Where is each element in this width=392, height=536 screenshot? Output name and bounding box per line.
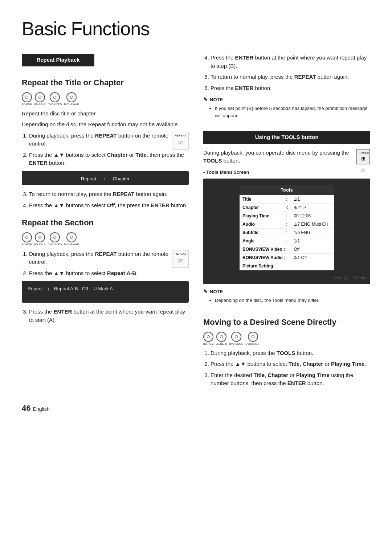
note-box-2: ✎ NOTE Depending on the disc, the Tools … <box>203 288 370 304</box>
title-chapter-steps-continued: To return to normal play, press the REPE… <box>22 190 189 209</box>
disc-icon-dvdvideo: DVD-VIDEO <box>48 92 62 106</box>
table-row: Angle : 1/1 <box>240 237 334 245</box>
page-title: Basic Functions <box>22 15 370 43</box>
pencil-icon: ✎ <box>203 96 208 103</box>
table-cell-audio-label: Audio <box>240 220 282 228</box>
note-bullet-2: Depending on the disc, the Tools menu ma… <box>215 297 370 304</box>
divider-2 <box>203 310 370 310</box>
tools-menu-screen-label: • Tools Menu Screen <box>203 169 370 176</box>
screen-ab-label2: Repeat A-B : Off <box>54 285 88 292</box>
disc-icon-bdrom-2: BD-ROM <box>22 232 32 246</box>
screen-label-repeat: Repeat <box>81 175 96 183</box>
section-step-3: Press the ENTER button at the point wher… <box>29 308 189 324</box>
title-chapter-heading: Repeat the Title or Chapter <box>22 77 189 89</box>
moving-scene-steps: During playback, press the TOOLS button.… <box>203 349 370 388</box>
table-cell-angle-value: 1/1 <box>291 237 334 245</box>
disc-icon-dvdrw: DVD±RW/±R <box>64 92 79 106</box>
screen-ab-arrow: ↕ <box>47 285 50 292</box>
note-box-1: ✎ NOTE If you set point (B) before 5 sec… <box>203 96 370 119</box>
moving-step-1: During playback, press the TOOLS button. <box>211 349 370 357</box>
table-cell-subtitle-value: 1/6 ENG <box>291 228 334 237</box>
disc-icon-bdrom: BD-ROM <box>22 92 32 106</box>
moving-step-2: Press the ▲▼ buttons to select Title, Ch… <box>211 360 370 368</box>
screen-label-chapter: Chapter <box>113 175 130 183</box>
right-steps-continued: Press the ENTER button at the point wher… <box>203 54 370 92</box>
note-label-1: NOTE <box>210 96 223 103</box>
repeat-playback-header: Repeat Playback <box>22 54 94 66</box>
table-cell-colon-5: : <box>282 228 291 237</box>
tools-button-img: TOOLS ⊞ ☞ <box>356 149 370 175</box>
divider-1 <box>203 125 370 125</box>
table-cell-playtime-value: 00:12:06 <box>291 212 334 220</box>
screen-repeat-chapter: Repeat ↕ Chapter <box>22 171 189 185</box>
title-chapter-steps: REPEAT ☞ During playback, press the REPE… <box>22 132 189 167</box>
intro-line-1: Repeat the disc title or chapter. <box>22 110 189 118</box>
disc-icon-bdre: BD-RE/-R <box>34 92 45 106</box>
step-1: REPEAT ☞ During playback, press the REPE… <box>29 132 189 148</box>
page-number-container: 46 English <box>22 402 370 414</box>
moving-scene-heading: Moving to a Desired Scene Directly <box>203 316 370 328</box>
disc-icon-dvdvideo-2: DVD-VIDEO <box>48 232 62 246</box>
table-cell-bvaudio-value: 0/1 Off <box>291 253 334 262</box>
table-cell-arrow-l: < <box>282 203 291 212</box>
right-step-5: To return to normal play, press the REPE… <box>211 73 370 81</box>
table-cell-chapter-value: 4/21 > <box>291 203 334 212</box>
repeat-section-heading: Repeat the Section <box>22 217 189 229</box>
tools-table-header: Tools <box>240 185 334 195</box>
tools-header: Using the TOOLS button <box>203 131 370 144</box>
table-cell-chapter-label: Chapter <box>240 203 282 212</box>
table-cell-bvvideo-label: BONUSVIEW Video : <box>240 245 291 253</box>
section-step-1: REPEAT ☞ During playback, press the REPE… <box>29 250 189 266</box>
table-cell-bvaudio-label: BONUSVIEW Audio : <box>240 253 291 262</box>
step-3: To return to normal play, press the REPE… <box>29 190 189 199</box>
disc-icon-bdre-3: BD-RE/-R <box>216 332 227 345</box>
tools-screen-mockup: Tools Title : 1/1 Chapter < 4/21 > <box>203 179 370 284</box>
note-content-1: If you set point (B) before 5 seconds ha… <box>203 105 370 119</box>
section-step-2: Press the ▲▼ buttons to select Repeat A-… <box>29 269 189 278</box>
disc-icon-dvdvideo-3: DVD-VIDEO <box>229 332 244 345</box>
left-column: Repeat Playback Repeat the Title or Chap… <box>22 54 189 391</box>
note-bullet-1: If you set point (B) before 5 seconds ha… <box>215 105 370 119</box>
screen-arrow: ↕ <box>103 176 106 182</box>
table-cell-colon-1: : <box>282 195 291 204</box>
note-title-2: ✎ NOTE <box>203 288 370 295</box>
disc-icons-title-chapter: BD-ROM BD-RE/-R DVD-VIDEO DVD±RW/±R <box>22 92 189 106</box>
table-cell-title-value: 1/1 <box>291 195 334 204</box>
table-cell-playtime-label: Playing Time <box>240 212 282 220</box>
right-step-4: Press the ENTER button at the point wher… <box>211 54 370 70</box>
table-row: Title : 1/1 <box>240 195 334 204</box>
note-content-2: Depending on the disc, the Tools menu ma… <box>203 297 370 304</box>
table-cell-colon-6: : <box>282 237 291 245</box>
disc-icon-bdrom-3: BD-ROM <box>203 332 213 345</box>
repeat-section-steps-cont: Press the ENTER button at the point wher… <box>22 308 189 324</box>
disc-icons-moving: BD-ROM BD-RE/-R DVD-VIDEO DVD±RW/±R <box>203 332 370 345</box>
disc-icon-dvdrw-3: DVD±RW/±R <box>245 332 260 345</box>
disc-icon-bdre-2: BD-RE/-R <box>34 232 45 246</box>
table-cell-audio-value: 1/7 ENG Multi CH <box>291 220 334 228</box>
page-number: 46 English <box>22 404 50 413</box>
table-row: Audio : 1/7 ENG Multi CH <box>240 220 334 228</box>
table-cell-subtitle-label: Subtitle <box>240 228 282 237</box>
table-cell-angle-label: Angle <box>240 237 282 245</box>
repeat-button-img: REPEAT ☞ <box>172 132 189 150</box>
right-step-6: Press the ENTER button. <box>211 84 370 93</box>
pencil-icon-2: ✎ <box>203 288 208 295</box>
step-2: Press the ▲▼ buttons to select Chapter o… <box>29 151 189 167</box>
note-label-2: NOTE <box>210 288 223 295</box>
table-cell-bvvideo-value: Off <box>291 245 334 253</box>
table-cell-picturesetting: Picture Setting <box>240 262 334 270</box>
table-row: BONUSVIEW Video : Off <box>240 245 334 253</box>
table-row: BONUSVIEW Audio : 0/1 Off <box>240 253 334 262</box>
disc-icon-dvdrw-2: DVD±RW/±R <box>64 232 79 246</box>
screen-ab-label3: ☑ Mark A <box>93 285 113 292</box>
table-cell-colon-3: : <box>282 212 291 220</box>
disc-icons-section: BD-ROM BD-RE/-R DVD-VIDEO DVD±RW/±R <box>22 232 189 246</box>
table-cell-colon-4: : <box>282 220 291 228</box>
intro-line-2: Depending on the disc, the Repeat functi… <box>22 120 189 129</box>
tools-footer: ↔ Change ☑ Enter <box>207 273 367 281</box>
footer-change: ↔ Change <box>329 275 348 281</box>
screen-ab-label1: Repeat <box>28 285 43 292</box>
table-row: Playing Time : 00:12:06 <box>240 212 334 220</box>
table-row: Picture Setting <box>240 262 334 270</box>
screen-repeat-ab: Repeat ↕ Repeat A-B : Off ☑ Mark A <box>22 281 189 303</box>
